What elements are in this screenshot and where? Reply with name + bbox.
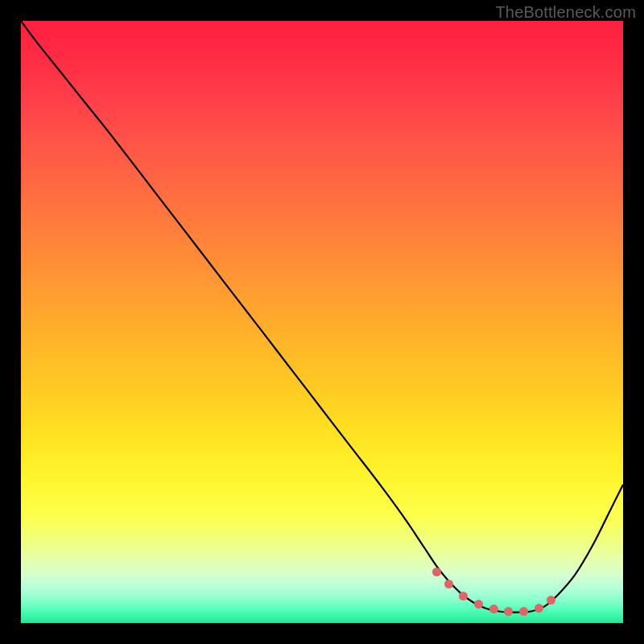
trough-marker: [535, 604, 543, 613]
watermark-text: TheBottleneck.com: [495, 3, 636, 22]
trough-marker: [444, 580, 453, 588]
trough-marker: [474, 600, 483, 609]
chart-frame: TheBottleneck.com: [0, 0, 644, 644]
plot-area: [21, 21, 623, 623]
trough-marker: [519, 607, 528, 616]
trough-marker: [489, 605, 498, 613]
trough-marker: [432, 568, 441, 576]
trough-marker: [504, 607, 513, 616]
trough-markers-group: [21, 21, 623, 623]
trough-marker: [459, 592, 468, 601]
trough-marker: [547, 596, 555, 605]
